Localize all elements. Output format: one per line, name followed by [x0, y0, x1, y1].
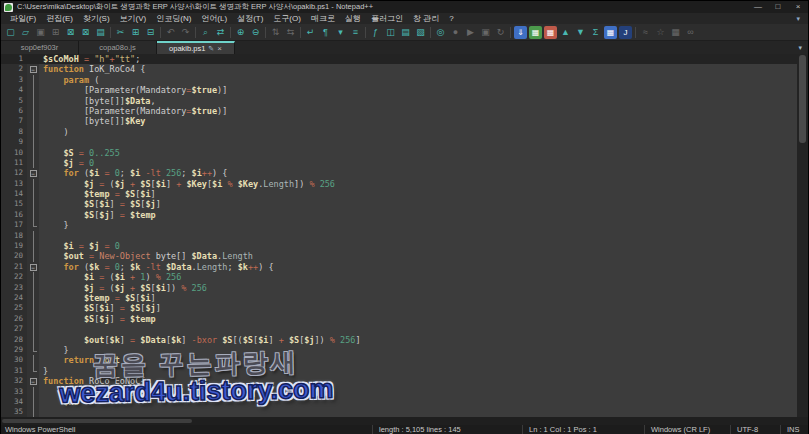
function-list-icon[interactable]: ƒ — [369, 26, 382, 39]
fold-collapse-box[interactable]: − — [30, 66, 37, 73]
minimize-button[interactable]: — — [748, 1, 768, 13]
find-icon[interactable]: ⌕ — [199, 26, 212, 39]
print-icon[interactable]: ▤ — [94, 26, 107, 39]
new-file-icon[interactable]: ▢ — [4, 26, 17, 39]
show-all-chars-dropdown-icon[interactable]: ▾ — [334, 26, 347, 39]
horizontal-scrollbar[interactable] — [1, 417, 808, 425]
code-text — [39, 324, 797, 334]
vertical-scrollbar[interactable] — [797, 54, 808, 417]
menu-item-2[interactable]: 찾기(S) — [78, 13, 115, 24]
line-number: 29 — [1, 345, 27, 355]
fold-toggle-icon[interactable]: − — [27, 64, 39, 74]
tab-list-button[interactable]: ▾ — [792, 41, 808, 54]
menu-item-10[interactable]: 플러그인 — [366, 13, 408, 24]
status-eol-format[interactable]: Windows (CR LF) — [644, 425, 730, 434]
fold-collapse-box[interactable]: − — [30, 264, 37, 271]
plugin-table-1-icon[interactable]: ▦ — [529, 26, 542, 39]
toolbar-separator — [195, 27, 196, 38]
menu-item-0[interactable]: 파일(F) — [5, 13, 41, 24]
code-line: 32−function RoCo_EoNoC{ — [1, 376, 797, 386]
tab-sop0ef903r[interactable]: sop0ef903r — [1, 41, 79, 54]
menu-item-4[interactable]: 인코딩(N) — [151, 13, 196, 24]
close-button[interactable]: × — [788, 1, 808, 13]
menu-item-7[interactable]: 도구(O) — [268, 13, 306, 24]
fold-toggle-icon[interactable]: − — [27, 376, 39, 386]
line-number: 8 — [1, 127, 27, 137]
status-insert-mode[interactable]: INS — [780, 425, 808, 434]
line-number: 14 — [1, 189, 27, 199]
paste-icon[interactable]: ⊟ — [144, 26, 157, 39]
menu-item-3[interactable]: 보기(V) — [115, 13, 152, 24]
plugin-b-icon: ☆ — [654, 26, 667, 39]
monitoring-icon[interactable]: ◎ — [434, 26, 447, 39]
code-line: 24 $temp = $S[$i] — [1, 293, 797, 303]
fold-guide — [27, 199, 39, 209]
word-wrap-icon[interactable]: ↵ — [304, 26, 317, 39]
fold-guide — [27, 387, 39, 397]
document-map-icon[interactable]: ◫ — [384, 26, 397, 39]
open-file-icon[interactable]: ▱ — [19, 26, 32, 39]
code-text: [byte[]]$Key — [39, 116, 797, 126]
plugin-sum-icon[interactable]: Σ — [589, 26, 602, 39]
code-text: $temp = $S[$i] — [39, 189, 797, 199]
zoom-out-icon[interactable]: ⊖ — [249, 26, 262, 39]
indent-guide-icon[interactable]: ≡ — [349, 26, 362, 39]
menu-item-12[interactable]: ? — [444, 13, 458, 24]
code-text: $S[$i] = $S[$j] — [39, 199, 797, 209]
plugin-sort-desc-icon[interactable]: ▼ — [574, 26, 587, 39]
menu-overflow-icon[interactable]: ▾ — [796, 15, 808, 23]
copy-icon[interactable]: ⊞ — [129, 26, 142, 39]
save-all-icon: ⊞ — [49, 26, 62, 39]
fold-guide — [27, 220, 39, 230]
code-text: $i = ($i + 1) % 256 — [39, 272, 797, 282]
code-text: return $out — [39, 355, 797, 365]
tab-copa08o.js[interactable]: copa08o.js — [79, 41, 157, 54]
restore-button[interactable]: □ — [768, 1, 788, 13]
plugin-mime-icon[interactable]: ⇓ — [514, 26, 527, 39]
code-line: 9 — [1, 137, 797, 147]
line-number: 25 — [1, 303, 27, 313]
cut-icon[interactable]: ✂ — [114, 26, 127, 39]
menu-item-8[interactable]: 매크로 — [306, 13, 340, 24]
show-all-chars-icon[interactable]: ¶ — [319, 26, 332, 39]
plugin-sort-asc-icon[interactable]: ▲ — [559, 26, 572, 39]
fold-guide — [27, 251, 39, 261]
code-line: 2−function IoK_RoCo4 { — [1, 64, 797, 74]
code-line: 22 $i = ($i + 1) % 256 — [1, 272, 797, 282]
code-line: 31} — [1, 366, 797, 376]
tab-opakib.ps1[interactable]: opakib.ps1✎× — [157, 41, 235, 54]
close-icon[interactable]: ⊠ — [64, 26, 77, 39]
macro-play-icon: ▶ — [464, 26, 477, 39]
menu-item-1[interactable]: 편집(E) — [41, 13, 78, 24]
code-text: } — [39, 220, 797, 230]
code-text: $j = 0 — [39, 158, 797, 168]
close-all-icon[interactable]: ⊠ — [79, 26, 92, 39]
fold-guide — [27, 397, 39, 407]
menu-item-9[interactable]: 실행 — [340, 13, 366, 24]
plugin-json-icon[interactable]: J — [619, 26, 632, 39]
fold-toggle-icon[interactable]: − — [27, 262, 39, 272]
fold-toggle-icon[interactable]: − — [27, 168, 39, 178]
zoom-in-icon[interactable]: ⊕ — [234, 26, 247, 39]
macro-record-icon: ● — [449, 26, 462, 39]
folder-as-workspace-icon[interactable]: ▧ — [414, 26, 427, 39]
tab-close-icon[interactable]: × — [217, 44, 222, 53]
fold-guide — [27, 241, 39, 251]
fold-collapse-box[interactable]: − — [30, 378, 37, 385]
line-number: 34 — [1, 397, 27, 407]
fold-guide — [27, 210, 39, 220]
vertical-scrollbar-thumb[interactable] — [799, 55, 806, 143]
menu-item-11[interactable]: 창 관리 — [408, 13, 444, 24]
menu-item-6[interactable]: 설정(T) — [232, 13, 268, 24]
plugin-grid-icon[interactable]: ▦ — [604, 26, 617, 39]
code-line: 1$sCoMoH = "h"+"tt"; — [1, 54, 797, 64]
toolbar: ▢▱▣⊞⊠⊠▤✂⊞⊟↶↷⌕⇄⊕⊖⇅⇆↵¶▾≡ƒ◫▤▧◎●▶▣↻⇓▦▦▲▼Σ▦J≈… — [1, 24, 808, 41]
menu-item-5[interactable]: 언어(L) — [196, 13, 232, 24]
document-list-icon[interactable]: ▤ — [399, 26, 412, 39]
replace-icon[interactable]: ⇄ — [214, 26, 227, 39]
fold-collapse-box[interactable]: − — [30, 170, 37, 177]
plugin-table-2-icon[interactable]: ▦ — [544, 26, 557, 39]
horizontal-scrollbar-thumb[interactable] — [2, 419, 192, 423]
code-editor[interactable]: 1$sCoMoH = "h"+"tt";2−function IoK_RoCo4… — [1, 54, 808, 417]
status-encoding[interactable]: UTF-8 — [730, 425, 780, 434]
